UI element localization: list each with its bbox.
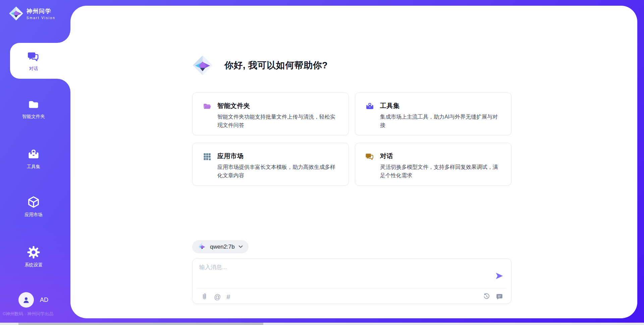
greeting-diamond-logo-icon <box>192 55 213 76</box>
chevron-down-icon <box>238 245 243 248</box>
copyright-footer: ©神州数码 · 神州问学出品 <box>3 311 53 317</box>
composer-divider <box>197 288 506 288</box>
comment-icon[interactable] <box>496 293 503 300</box>
chat-icon <box>365 152 374 185</box>
gear-icon <box>27 246 40 259</box>
content-area: 你好, 我可以如何帮助你? 智能文件夹 智能文件夹功能支持批量文件上传与清洗，轻… <box>70 6 637 318</box>
model-selector[interactable]: qwen2:7b <box>192 240 249 253</box>
toolbox-icon <box>27 148 40 161</box>
message-input[interactable] <box>199 263 488 282</box>
sidebar-item-label: 对话 <box>29 66 38 72</box>
tab-fillet-bottom <box>57 79 70 92</box>
folder-icon <box>28 99 40 111</box>
user-initials: AD <box>40 297 48 304</box>
tab-fillet-top <box>57 29 70 43</box>
horizontal-scrollbar-thumb[interactable] <box>18 323 263 325</box>
grid-icon <box>203 152 212 185</box>
card-desc: 应用市场提供丰富长文本模板，助力高效生成多样化文章内容 <box>217 163 339 180</box>
greeting: 你好, 我可以如何帮助你? <box>192 55 328 76</box>
brand: 神州问学 Smart Vision <box>9 6 56 21</box>
avatar <box>18 292 34 308</box>
greeting-title: 你好, 我可以如何帮助你? <box>224 59 328 71</box>
card-desc: 集成市场上主流工具，助力AI与外界无缝扩展与对接 <box>380 113 502 130</box>
card-title: 应用市场 <box>217 152 339 160</box>
sidebar-item-app-market[interactable]: 应用市场 <box>0 195 67 218</box>
at-icon[interactable]: @ <box>214 293 221 301</box>
composer-tools-right <box>483 293 503 300</box>
horizontal-scrollbar <box>0 323 644 325</box>
card-app-market[interactable]: 应用市场 应用市场提供丰富长文本模板，助力高效生成多样化文章内容 <box>192 143 349 186</box>
feature-cards: 智能文件夹 智能文件夹功能支持批量文件上传与清洗，轻松实现文件问答 工具集 集成… <box>192 92 512 186</box>
send-icon[interactable] <box>495 271 504 280</box>
sidebar-item-label: 工具集 <box>27 164 41 170</box>
sidebar-item-settings[interactable]: 系统设置 <box>0 246 67 268</box>
message-composer: @ # <box>192 258 512 304</box>
brand-subtitle: Smart Vision <box>26 16 56 20</box>
paperclip-icon[interactable] <box>201 293 208 301</box>
hash-icon[interactable]: # <box>226 293 230 301</box>
brand-name: 神州问学 <box>26 7 56 15</box>
sidebar: 神州问学 Smart Vision 对话 智能文件夹 工具集 应用市场 系统设置… <box>0 0 70 325</box>
card-title: 工具集 <box>380 102 502 110</box>
card-desc: 智能文件夹功能支持批量文件上传与清洗，轻松实现文件问答 <box>217 113 339 130</box>
toolbox-icon <box>365 102 374 135</box>
folder-open-icon <box>203 102 212 135</box>
model-name: qwen2:7b <box>210 244 235 250</box>
sidebar-item-label: 智能文件夹 <box>22 114 45 120</box>
card-chat[interactable]: 对话 灵活切换多模型文件，支持多样回复效果调试，满足个性化需求 <box>355 143 512 186</box>
sidebar-item-label: 系统设置 <box>24 262 43 268</box>
composer-tools: @ # <box>201 293 230 301</box>
chat-icon <box>27 50 40 63</box>
diamond-logo-icon <box>198 243 206 251</box>
user-account[interactable]: AD <box>18 292 48 308</box>
sidebar-item-smart-folder[interactable]: 智能文件夹 <box>0 99 67 120</box>
card-title: 智能文件夹 <box>217 102 339 110</box>
sidebar-item-toolset[interactable]: 工具集 <box>0 148 67 170</box>
sidebar-item-label: 应用市场 <box>24 212 43 218</box>
card-smart-folder[interactable]: 智能文件夹 智能文件夹功能支持批量文件上传与清洗，轻松实现文件问答 <box>192 92 349 135</box>
history-icon[interactable] <box>483 293 490 300</box>
card-title: 对话 <box>380 152 502 160</box>
card-toolset[interactable]: 工具集 集成市场上主流工具，助力AI与外界无缝扩展与对接 <box>355 92 512 135</box>
sidebar-item-chat[interactable]: 对话 <box>10 43 70 79</box>
cube-icon <box>27 195 40 209</box>
card-desc: 灵活切换多模型文件，支持多样回复效果调试，满足个性化需求 <box>380 163 502 180</box>
brand-diamond-logo-icon <box>9 6 23 21</box>
